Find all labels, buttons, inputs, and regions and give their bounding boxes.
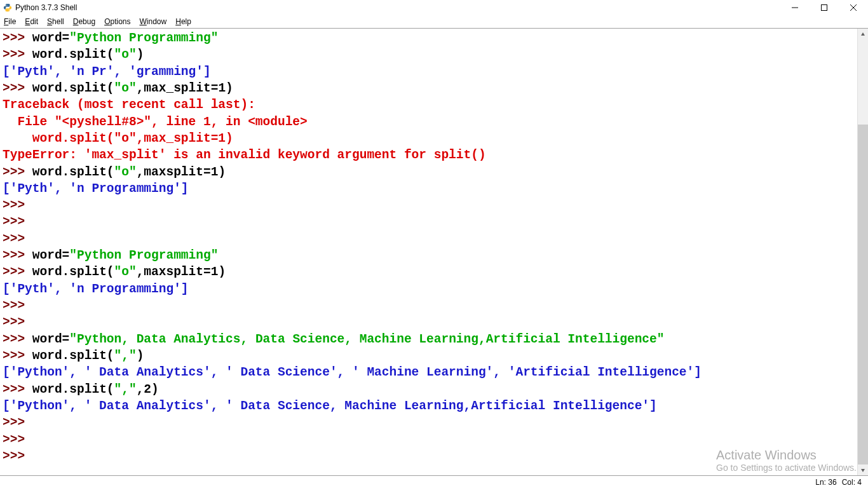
scroll-down-button[interactable] — [858, 464, 868, 475]
menu-help[interactable]: Help — [175, 17, 191, 26]
scroll-thumb[interactable] — [858, 125, 868, 464]
scroll-up-button[interactable] — [858, 29, 868, 39]
menu-debug[interactable]: Debug — [73, 17, 95, 26]
menu-edit[interactable]: Edit — [25, 17, 38, 26]
menu-shell[interactable]: Shell — [47, 17, 64, 26]
menu-options[interactable]: Options — [104, 17, 130, 26]
statusbar: Ln: 36 Col: 4 — [0, 475, 868, 488]
minimize-button[interactable] — [780, 0, 810, 15]
window-title: Python 3.7.3 Shell — [15, 3, 77, 12]
editor-area: >>> word="Python Programming" >>> word.s… — [0, 29, 868, 475]
status-line: Ln: 36 — [815, 478, 836, 487]
vertical-scrollbar[interactable] — [857, 29, 868, 475]
maximize-button[interactable] — [810, 0, 839, 15]
scroll-track[interactable] — [858, 39, 868, 464]
menu-file[interactable]: File — [4, 17, 16, 26]
svg-marker-4 — [861, 32, 865, 36]
close-button[interactable] — [839, 0, 868, 15]
menu-window[interactable]: Window — [140, 17, 167, 26]
status-col: Col: 4 — [842, 478, 862, 487]
titlebar: Python 3.7.3 Shell — [0, 0, 868, 15]
svg-rect-1 — [822, 5, 827, 11]
svg-marker-5 — [861, 469, 865, 472]
python-icon — [3, 3, 13, 13]
window-buttons — [780, 0, 868, 15]
shell-text[interactable]: >>> word="Python Programming" >>> word.s… — [0, 29, 857, 475]
menubar: File Edit Shell Debug Options Window Hel… — [0, 15, 868, 28]
